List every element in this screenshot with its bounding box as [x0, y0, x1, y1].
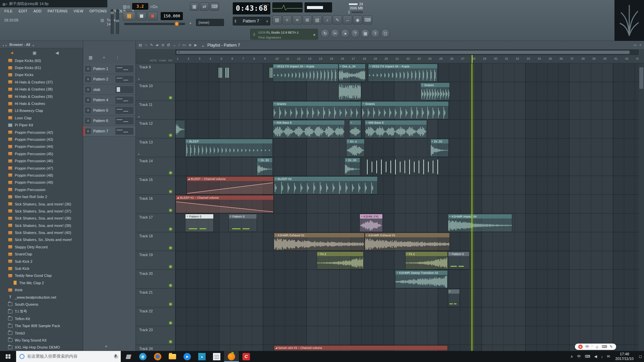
browser-item[interactable]: Poppin Percussion (42): [0, 129, 83, 136]
audio-clip[interactable]: »808 Bass E: [273, 120, 345, 138]
track-header[interactable]: Track 17: [136, 214, 175, 232]
edge-icon[interactable]: e: [136, 351, 150, 362]
browser-item[interactable]: T_www.beatproduction.net: [0, 294, 83, 301]
menu-item[interactable]: FILE: [1, 8, 15, 14]
automation-clip[interactable]: ◢BLEEP – Channel volume: [186, 176, 274, 194]
track-enable-led[interactable]: [169, 172, 172, 174]
playlist-vscrollbar[interactable]: [639, 63, 644, 351]
audio-clip[interactable]: »BLEEP: [185, 139, 273, 157]
browser-item[interactable]: Teflon Kit: [0, 315, 83, 322]
browser-item[interactable]: Poppin Percussion: [0, 186, 83, 193]
pattern-list-item[interactable]: ≣Pattern 4: [83, 95, 136, 105]
audio-clip[interactable]: [175, 120, 185, 138]
track-header[interactable]: Track 15: [136, 176, 175, 195]
browser-item[interactable]: Hi Hats & Crashes: [0, 100, 83, 107]
track-enable-led[interactable]: [169, 284, 172, 287]
audio-clip[interactable]: »: [349, 120, 361, 138]
paint-icon[interactable]: ▰: [156, 43, 159, 47]
audio-clip[interactable]: »KSHMR Sweep Transition 02: [395, 270, 447, 288]
pattern-spinner-icon[interactable]: [233, 19, 238, 23]
add-pattern-list-button[interactable]: +: [105, 343, 108, 349]
tempo-display[interactable]: 150.000: [161, 12, 183, 20]
file-explorer-icon[interactable]: [165, 351, 180, 362]
event-list-icon[interactable]: ≡: [292, 15, 302, 24]
taskbar-search[interactable]: 在这里输入你要搜索的内容: [16, 351, 121, 362]
playback-icon[interactable]: ▶: [194, 43, 197, 47]
audio-clip[interactable]: »Snares: [361, 101, 449, 119]
browser-item[interactable]: Hi Hats & Crashes (38): [0, 86, 83, 93]
track-header[interactable]: Track 16: [136, 195, 175, 214]
ime-punct-icon[interactable]: ’: [592, 345, 592, 349]
fl-studio-icon[interactable]: [224, 351, 239, 362]
pattern-list-item[interactable]: ≣Pattern 7: [83, 126, 136, 136]
audio-clip[interactable]: »KSHMR Impact 04: [448, 214, 512, 232]
track-enable-led[interactable]: [169, 247, 172, 249]
pattern-clip[interactable]: ≡Pattern 5: [228, 214, 257, 232]
ime-lang-icon[interactable]: 中: [585, 344, 589, 349]
browser-item[interactable]: The Tape 808 Sample Pack: [0, 322, 83, 329]
slide-icon[interactable]: ▧: [313, 15, 322, 24]
browser-item[interactable]: Sick Shakers, Sna..and more! (38): [0, 215, 83, 222]
audio-clip[interactable]: »Snares: [420, 82, 450, 101]
pattern-clip[interactable]: ≡Pattern 5: [185, 214, 214, 232]
browser-item[interactable]: Poppin Percussion (48): [0, 172, 83, 179]
mute-icon[interactable]: Ø: [167, 43, 170, 47]
audio-clip[interactable]: »Dra..e_34: [338, 64, 366, 82]
zoom-icon[interactable]: ⊕: [189, 43, 192, 47]
menu-item[interactable]: EDIT: [15, 8, 30, 14]
automation-clip[interactable]: ◢Serum x64 #3 – Channel volume: [274, 345, 447, 351]
track-header[interactable]: Track 13+: [136, 138, 175, 157]
snap-settings-icon[interactable]: ⌗: [282, 15, 292, 24]
track-enable-led[interactable]: [169, 97, 172, 99]
midi-stab-clip[interactable]: [218, 66, 223, 79]
audio-clip[interactable]: »BLEEP #2: [274, 176, 378, 194]
snap-arrow-icon[interactable]: ▸: [190, 21, 192, 25]
delete-icon[interactable]: ⊘: [161, 43, 164, 47]
pattern-mode-icon[interactable]: ▥: [123, 4, 126, 9]
scroll-up-icon[interactable]: ▴: [2, 44, 5, 47]
keyboard-tray-icon[interactable]: ⌨: [583, 354, 592, 359]
track-enable-led[interactable]: [169, 341, 172, 343]
remote-control-select[interactable]: (none): [196, 19, 224, 26]
notepad-icon[interactable]: [209, 351, 224, 362]
task-view-button[interactable]: ▦: [121, 351, 136, 362]
pattern-selector[interactable]: Pattern 7 +: [233, 17, 270, 25]
browser-item[interactable]: Sick Shakers, Sna..and more! (36): [0, 200, 83, 207]
browser-header[interactable]: ▴▾ Browser - All ▸: [0, 41, 83, 48]
track-enable-led[interactable]: [169, 322, 172, 324]
browser-item[interactable]: The Mic Clap 2: [0, 279, 83, 286]
network-icon[interactable]: ↕: [599, 355, 605, 359]
browser-item[interactable]: Poppin Percussion (44): [0, 143, 83, 150]
browser-item[interactable]: Sick Shakers, Sn..Shots and more!: [0, 236, 83, 243]
track-header[interactable]: Track 19: [136, 251, 175, 270]
browser-item[interactable]: Wu-Tang Sound Kit: [0, 337, 83, 344]
pattern-list-item[interactable]: ≣Pattern 6: [83, 116, 136, 126]
audio-clip[interactable]: »Fx 1: [405, 251, 448, 269]
playlist-titlebar[interactable]: ▤∩✎▰⊘Ø↔∕▭⊕▶ ▸ Playlist - Pattern 7 ▭×: [136, 41, 644, 50]
pattern-clip[interactable]: ≡: [448, 289, 460, 307]
close-window-icon[interactable]: ×: [5, 2, 7, 6]
media-player-icon[interactable]: ▶: [180, 351, 195, 362]
browser-item[interactable]: Sub Kick: [0, 265, 83, 272]
browser-item[interactable]: XXL Hip Hop Drums DEMO: [0, 344, 83, 351]
cutter-icon[interactable]: ✂: [331, 29, 340, 38]
blend-recording-icon[interactable]: ≋: [156, 4, 158, 9]
audio-clip[interactable]: »Sn..s: [346, 139, 365, 157]
browser-item[interactable]: Poppin Percussion (43): [0, 136, 83, 143]
browser-item[interactable]: Sub Kick 2: [0, 258, 83, 265]
track-header[interactable]: Track 9+: [136, 63, 175, 82]
browser-item[interactable]: Timb3: [0, 329, 83, 337]
track-header[interactable]: Track 12: [136, 120, 175, 138]
tray-expand-icon[interactable]: ∧: [568, 354, 575, 359]
master-pitch-slider[interactable]: [116, 9, 119, 34]
audio-clip[interactable]: »Fx 1: [317, 251, 364, 269]
menu-item[interactable]: PATTERNS: [45, 8, 70, 14]
pattern-list-item[interactable]: ≣Pattern 5: [83, 105, 136, 116]
playlist-ruler[interactable]: NOTECHANPAT 1234567891011121314151617181…: [136, 55, 644, 63]
scroll-left-icon[interactable]: [178, 51, 179, 53]
grid-icon[interactable]: ⊞: [303, 15, 312, 24]
export-icon[interactable]: ⇧: [371, 29, 380, 38]
piano-keyboard-icon[interactable]: ▦: [190, 2, 199, 11]
start-button[interactable]: [0, 351, 16, 362]
track-header[interactable]: Track 24: [136, 345, 175, 351]
